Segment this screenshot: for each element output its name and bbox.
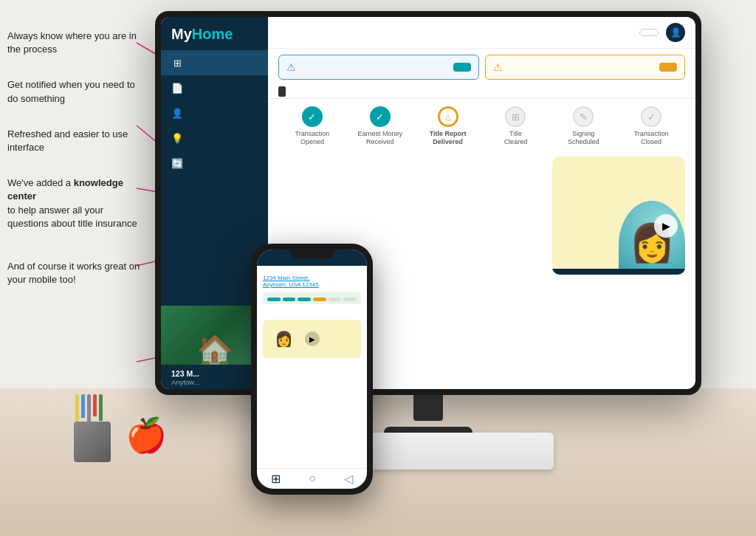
progress-dot-6: [343, 298, 357, 301]
phone-video-thumbnail: 👩: [267, 324, 300, 354]
phone-notch: [290, 250, 334, 258]
timeline: ✓ TransactionOpened ✓ Earnest MoneyRecei…: [268, 99, 695, 151]
phone-nav-search[interactable]: ○: [309, 472, 316, 486]
phone-device: 1234 Main Street,Anytown, USA 12345: [251, 244, 373, 495]
sign-documents-alert: ⚠: [278, 55, 479, 80]
user-avatar-button[interactable]: 👤: [666, 23, 685, 42]
important-tag: [278, 86, 286, 97]
timeline-step-signing: ✎ SigningScheduled: [549, 106, 617, 146]
step-label-opened: TransactionOpened: [295, 130, 330, 146]
annotation-4: We've added a knowledge centerto help an…: [7, 176, 140, 230]
progress-dot-4: [313, 298, 326, 301]
annotation-3: Refreshed and easier to use interface: [7, 128, 140, 154]
step-circle-earnest: ✓: [370, 106, 391, 127]
annotations-panel: Always know where you are in the process…: [7, 22, 140, 307]
contacts-icon: 👤: [171, 107, 183, 119]
step-label-cleared: TitleCleared: [504, 130, 528, 146]
annotation-1: Always know where you are in the process: [7, 30, 140, 56]
play-button[interactable]: ▶: [654, 214, 678, 238]
sidebar-item-documents[interactable]: 📄: [161, 75, 268, 100]
progress-dot-1: [267, 298, 281, 301]
address-chip: [639, 29, 659, 36]
video-avatar: 👩: [619, 201, 685, 275]
phone-details: [263, 309, 361, 315]
timeline-step-closed: ✓ TransactionClosed: [617, 106, 685, 146]
timeline-step-opened: ✓ TransactionOpened: [278, 106, 346, 146]
phone-body: 1234 Main Street,Anytown, USA 12345: [257, 266, 367, 468]
phone-bottom-nav: ⊞ ○ ◁: [257, 468, 367, 489]
timeline-step-cleared: ⊞ TitleCleared: [481, 106, 549, 146]
sign-documents-text: [302, 61, 447, 63]
sidebar-item-dashboard[interactable]: ⊞: [161, 50, 268, 75]
phone-nav-home[interactable]: ⊞: [271, 472, 281, 486]
important-bar: [268, 84, 695, 99]
sidebar-item-contacts[interactable]: 👤: [161, 100, 268, 126]
phone-client-address: 1234 Main Street,Anytown, USA 12345: [263, 275, 361, 288]
monitor-screen: MyHome ⊞ 📄 👤: [161, 17, 695, 389]
progress-dot-2: [283, 298, 296, 301]
annotation-5: And of course it works great on your mob…: [7, 260, 140, 286]
annotation-2: Get notified when you need to do somethi…: [7, 78, 140, 105]
dashboard-icon: ⊞: [171, 57, 183, 69]
pencil-1: [75, 394, 79, 424]
video-status-bar: [552, 269, 685, 275]
phone-video-mini[interactable]: 👩 ▶: [263, 320, 361, 358]
progress-dot-5: [329, 298, 342, 301]
step-label-earnest: Earnest MoneyReceived: [357, 130, 402, 146]
pencil-5: [99, 394, 103, 421]
pencil-4: [93, 394, 97, 416]
top-bar: 👤: [268, 17, 695, 49]
step-label-closed: TransactionClosed: [634, 130, 669, 146]
pencils: [75, 394, 103, 424]
video-card[interactable]: 👩 ▶: [552, 157, 685, 275]
sidebar-item-knowledge[interactable]: 💡: [161, 126, 268, 151]
step-circle-cleared: ⊞: [505, 106, 526, 127]
phone-nav-back[interactable]: ◁: [344, 472, 353, 486]
sidebar-item-exchange[interactable]: 🔄: [161, 151, 268, 176]
step-circle-signing: ✎: [573, 106, 594, 127]
monitor: MyHome ⊞ 📄 👤: [155, 11, 701, 395]
step-label-signing: SigningScheduled: [568, 130, 599, 146]
alert-icon-info: ⚠: [493, 61, 503, 73]
apple-decoration: 🍎: [126, 416, 167, 455]
step-circle-title: △: [438, 106, 458, 127]
alert-row: ⚠ ⚠: [268, 49, 695, 84]
video-card-title: [552, 157, 685, 174]
phone-status-bar: [263, 292, 361, 304]
submit-info-button[interactable]: [659, 63, 677, 72]
app-container: MyHome ⊞ 📄 👤: [161, 17, 695, 389]
scene: Always know where you are in the process…: [0, 0, 756, 536]
knowledge-icon: 💡: [171, 132, 183, 144]
monitor-stand-neck: [413, 395, 443, 421]
alert-icon-sign: ⚠: [286, 61, 296, 73]
information-exchange-alert: ⚠: [485, 55, 686, 80]
info-exchange-text: [509, 61, 654, 63]
pencil-2: [81, 394, 85, 418]
phone-progress-bar: [267, 298, 357, 301]
step-circle-closed: ✓: [641, 106, 662, 127]
logo-accent: H: [192, 26, 202, 42]
exchange-icon: 🔄: [171, 157, 183, 169]
timeline-step-title-report: △ Title ReportDelivered: [414, 106, 482, 146]
timeline-step-earnest: ✓ Earnest MoneyReceived: [346, 106, 414, 146]
sign-documents-button[interactable]: [453, 63, 471, 72]
phone-outer: 1234 Main Street,Anytown, USA 12345: [251, 244, 373, 495]
pencil-cup: [74, 403, 114, 462]
phone-screen: 1234 Main Street,Anytown, USA 12345: [257, 250, 367, 489]
step-circle-opened: ✓: [302, 106, 323, 127]
progress-dot-3: [298, 298, 311, 301]
pencil-3: [87, 394, 91, 422]
app-logo: MyHome: [161, 17, 268, 50]
documents-icon: 📄: [171, 82, 183, 94]
pencil-cup-body: [74, 422, 111, 462]
step-label-title: Title ReportDelivered: [430, 130, 467, 146]
phone-play-button[interactable]: ▶: [305, 331, 320, 346]
